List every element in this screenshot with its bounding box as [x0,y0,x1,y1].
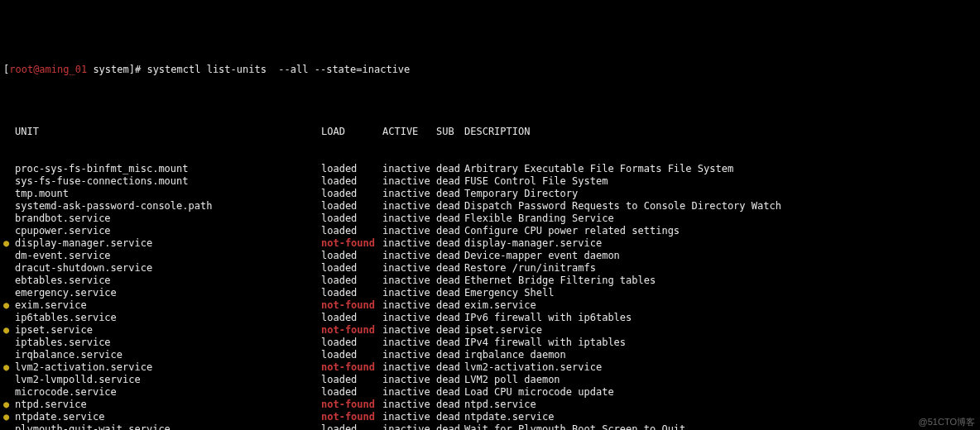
sub-state: dead [436,312,464,324]
bullet-icon: ● [3,324,15,337]
active-state: inactive [382,386,436,399]
sub-state: dead [436,287,464,299]
sub-state: dead [436,175,464,188]
sub-state: dead [436,361,464,374]
table-row: cpupower.serviceloadedinactivedeadConfig… [3,225,977,237]
command-text: systemctl list-units --all --state=inact… [147,64,410,75]
description: IPv4 firewall with iptables [464,337,626,349]
unit-name: display-manager.service [15,237,321,250]
unit-name: lvm2-lvmpolld.service [15,374,321,386]
header-unit: UNIT [15,126,321,138]
active-state: inactive [382,275,436,287]
table-row: brandbot.serviceloadedinactivedeadFlexib… [3,213,977,225]
active-state: inactive [382,237,436,250]
sub-state: dead [436,299,464,312]
unit-name: tmp.mount [15,188,321,200]
unit-name: ipset.service [15,324,321,337]
description: Temporary Directory [464,188,578,200]
active-state: inactive [382,399,436,411]
unit-name: dracut-shutdown.service [15,262,321,275]
prompt-cwd: system [87,64,129,75]
sub-state: dead [436,163,464,175]
load-state: loaded [321,275,382,287]
unit-name: irqbalance.service [15,349,321,361]
load-state: loaded [321,386,382,399]
sub-state: dead [436,250,464,262]
active-state: inactive [382,349,436,361]
table-header-row: UNITLOADACTIVESUBDESCRIPTION [3,126,977,138]
unit-name: ebtables.service [15,275,321,287]
load-state: loaded [321,423,382,430]
unit-name: sys-fs-fuse-connections.mount [15,175,321,188]
unit-name: ntpd.service [15,399,321,411]
sub-state: dead [436,225,464,237]
bullet-icon: ● [3,237,15,250]
table-row: irqbalance.serviceloadedinactivedeadirqb… [3,349,977,361]
unit-name: ip6tables.service [15,312,321,324]
load-state: loaded [321,163,382,175]
load-state: loaded [321,312,382,324]
sub-state: dead [436,188,464,200]
table-row: ip6tables.serviceloadedinactivedeadIPv6 … [3,312,977,324]
active-state: inactive [382,324,436,337]
active-state: inactive [382,361,436,374]
description: LVM2 poll daemon [464,374,560,386]
unit-name: iptables.service [15,337,321,349]
unit-name: cpupower.service [15,225,321,237]
description: IPv6 firewall with ip6tables [464,312,632,324]
sub-state: dead [436,275,464,287]
prompt-bracket-close: ]# [129,64,147,75]
description: Ethernet Bridge Filtering tables [464,275,656,287]
unit-name: systemd-ask-password-console.path [15,200,321,213]
description: irqbalance daemon [464,349,566,361]
load-state: not-found [321,237,382,250]
load-state: not-found [321,324,382,337]
description: Load CPU microcode update [464,386,614,399]
load-state: loaded [321,200,382,213]
unit-name: brandbot.service [15,213,321,225]
table-row: ●ntpd.servicenot-foundinactivedeadntpd.s… [3,399,977,411]
description: Wait for Plymouth Boot Screen to Quit [464,423,685,430]
unit-name: exim.service [15,299,321,312]
load-state: loaded [321,175,382,188]
load-state: loaded [321,188,382,200]
table-row: microcode.serviceloadedinactivedeadLoad … [3,386,977,399]
table-row: ●exim.servicenot-foundinactivedeadexim.s… [3,299,977,312]
header-description: DESCRIPTION [464,126,530,138]
active-state: inactive [382,411,436,423]
description: FUSE Control File System [464,175,608,188]
active-state: inactive [382,337,436,349]
sub-state: dead [436,213,464,225]
description: exim.service [464,299,536,312]
description: Emergency Shell [464,287,554,299]
sub-state: dead [436,399,464,411]
sub-state: dead [436,386,464,399]
active-state: inactive [382,175,436,188]
table-row: ●display-manager.servicenot-foundinactiv… [3,237,977,250]
table-row: dracut-shutdown.serviceloadedinactivedea… [3,262,977,275]
unit-name: dm-event.service [15,250,321,262]
description: Dispatch Password Requests to Console Di… [464,200,781,213]
shell-prompt[interactable]: [root@aming_01 system]# systemctl list-u… [0,62,980,76]
active-state: inactive [382,374,436,386]
description: Arbitrary Executable File Formats File S… [464,163,733,175]
load-state: loaded [321,213,382,225]
active-state: inactive [382,250,436,262]
bullet-icon: ● [3,411,15,423]
active-state: inactive [382,200,436,213]
load-state: loaded [321,337,382,349]
load-state: loaded [321,262,382,275]
table-row: sys-fs-fuse-connections.mountloadedinact… [3,175,977,188]
load-state: loaded [321,349,382,361]
sub-state: dead [436,349,464,361]
unit-name: emergency.service [15,287,321,299]
sub-state: dead [436,411,464,423]
table-row: emergency.serviceloadedinactivedeadEmerg… [3,287,977,299]
table-row: ●ntpdate.servicenot-foundinactivedeadntp… [3,411,977,423]
active-state: inactive [382,225,436,237]
active-state: inactive [382,312,436,324]
sub-state: dead [436,262,464,275]
unit-name: proc-sys-fs-binfmt_misc.mount [15,163,321,175]
description: display-manager.service [464,237,602,250]
table-row: ●ipset.servicenot-foundinactivedeadipset… [3,324,977,337]
